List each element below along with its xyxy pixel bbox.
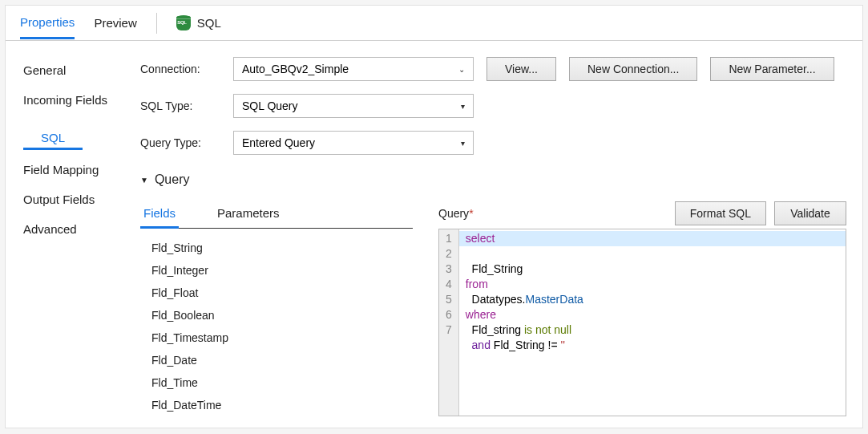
list-item[interactable]: Fld_DateTime — [151, 394, 413, 416]
format-sql-button[interactable]: Format SQL — [675, 201, 766, 225]
query-type-value: Entered Query — [242, 136, 315, 149]
code-area[interactable]: select Fld_String from Datatypes.MasterD… — [459, 229, 846, 416]
list-item[interactable]: Fld_Time — [151, 371, 413, 394]
triangle-down-icon: ▼ — [140, 176, 148, 185]
query-type-label: Query Type: — [140, 136, 220, 149]
query-editor-label: Query* — [438, 207, 474, 220]
list-item[interactable]: Fld_Integer — [151, 259, 413, 282]
sidebar-item-advanced[interactable]: Advanced — [6, 214, 95, 244]
query-section-toggle[interactable]: ▼ Query — [140, 172, 846, 187]
validate-button[interactable]: Validate — [774, 201, 846, 225]
tab-parameters[interactable]: Parameters — [214, 201, 283, 228]
new-connection-button[interactable]: New Connection... — [569, 57, 697, 81]
sidebar-item-sql[interactable]: SQL — [23, 123, 83, 150]
new-parameter-button[interactable]: New Parameter... — [710, 57, 834, 81]
list-item[interactable]: Fld_Date — [151, 349, 413, 371]
sql-type-select[interactable]: SQL Query ▾ — [233, 94, 474, 118]
sql-type-label: SQL Type: — [140, 99, 220, 112]
sql-icon — [176, 16, 191, 30]
sidebar-item-field-mapping[interactable]: Field Mapping — [6, 155, 116, 185]
list-item[interactable]: Fld_String — [151, 237, 413, 259]
list-item[interactable]: Fld_Boolean — [151, 304, 413, 327]
sidebar-item-incoming-fields[interactable]: Incoming Fields — [6, 85, 125, 115]
transformation-name: SQL — [197, 16, 221, 30]
list-item[interactable]: Fld_Float — [151, 282, 413, 304]
connection-select[interactable]: Auto_GBQv2_Simple ⌄ — [233, 57, 474, 81]
field-list: Fld_String Fld_Integer Fld_Float Fld_Boo… — [140, 237, 413, 416]
line-gutter: 1234567 — [439, 229, 459, 416]
sidebar-item-output-fields[interactable]: Output Fields — [6, 185, 112, 214]
tab-preview[interactable]: Preview — [94, 8, 136, 38]
list-item[interactable]: Fld_Timestamp — [151, 327, 413, 349]
connection-value: Auto_GBQv2_Simple — [242, 63, 349, 75]
query-section-label: Query — [155, 172, 190, 187]
divider — [156, 13, 157, 34]
connection-label: Connection: — [140, 63, 220, 75]
sql-type-value: SQL Query — [242, 99, 298, 112]
sql-editor[interactable]: 1234567 select Fld_String from Datatypes… — [438, 229, 846, 416]
caret-down-icon: ▾ — [461, 102, 465, 111]
chevron-down-icon: ⌄ — [458, 65, 465, 74]
tab-properties[interactable]: Properties — [20, 7, 75, 39]
properties-panel: Properties Preview SQL General Incoming … — [5, 5, 863, 428]
view-button[interactable]: View... — [486, 57, 556, 81]
top-tab-bar: Properties Preview SQL — [6, 6, 862, 41]
transformation-header: SQL — [176, 16, 221, 30]
properties-sidebar: General Incoming Fields SQL Field Mappin… — [6, 41, 134, 428]
query-type-select[interactable]: Entered Query ▾ — [233, 131, 474, 155]
tab-fields[interactable]: Fields — [140, 201, 179, 229]
required-asterisk: * — [469, 207, 473, 220]
sidebar-item-general[interactable]: General — [6, 55, 83, 85]
caret-down-icon: ▾ — [461, 139, 465, 148]
